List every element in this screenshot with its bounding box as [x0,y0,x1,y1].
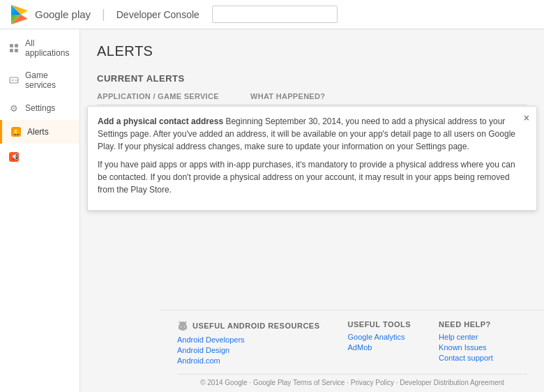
footer-link-android-com[interactable]: Android.com [177,356,320,365]
alert-popup: Add a physical contact address Beginning… [87,106,537,211]
footer: USEFUL ANDROID RESOURCES Android Develop… [160,310,544,392]
popup-text-1: Add a physical contact address Beginning… [98,115,515,153]
brand-text: Google play [35,8,91,20]
col-app-header: APPLICATION / GAME SERVICE [97,92,250,100]
svg-point-11 [181,326,182,328]
page-title: ALERTS [97,43,527,59]
footer-columns: USEFUL ANDROID RESOURCES Android Develop… [177,320,527,367]
footer-col-help: NEED HELP? Help center Known Issues Cont… [439,320,493,367]
footer-link-contact-support[interactable]: Contact support [439,354,493,362]
footer-col-android: USEFUL ANDROID RESOURCES Android Develop… [177,320,320,367]
footer-col-tools-title: USEFUL TOOLS [348,320,411,329]
sidebar-item-all-applications[interactable]: All applications [0,32,80,64]
sidebar-item-settings[interactable]: ⚙ Settings [0,96,80,120]
footer-link-help-center[interactable]: Help center [439,333,493,341]
popup-close-button[interactable]: × [524,112,529,123]
gear-icon: ⚙ [8,103,20,114]
svg-point-8 [16,80,17,81]
footer-link-admob[interactable]: AdMob [348,343,411,352]
footer-col-help-title: NEED HELP? [439,320,493,329]
bell-icon: 🔔 [10,126,22,137]
sidebar-item-promo[interactable]: 📢 [0,145,80,169]
footer-col-tools: USEFUL TOOLS Google Analytics AdMob [348,320,411,367]
gamepad-icon [8,75,20,86]
sidebar-label-settings: Settings [25,103,55,113]
sidebar-label-game-services: Game services [25,70,71,90]
footer-link-android-design[interactable]: Android Design [177,346,320,354]
sidebar-label-alerts: Alerts [27,127,49,137]
svg-point-7 [15,80,16,81]
col-what-header: WHAT HAPPENED? [250,92,527,100]
search-input[interactable] [212,6,338,23]
footer-copyright: © 2014 Google · Google Play Terms of Ser… [177,374,527,386]
header-divider: | [102,7,105,22]
console-label: Developer Console [116,9,199,20]
table-header: APPLICATION / GAME SERVICE WHAT HAPPENED… [97,92,527,105]
footer-col-android-title: USEFUL ANDROID RESOURCES [177,320,320,331]
speaker-icon: 📢 [8,151,20,163]
footer-col1-title: USEFUL ANDROID RESOURCES [192,322,320,330]
sidebar-item-game-services[interactable]: Game services [0,64,80,96]
popup-text-2: If you have paid apps or apps with in-ap… [98,158,515,196]
svg-point-12 [184,326,186,328]
sidebar-item-alerts[interactable]: 🔔 Alerts [0,120,80,144]
google-play-icon [8,3,31,26]
main-content: ALERTS CURRENT ALERTS APPLICATION / GAME… [80,29,544,392]
svg-point-15 [179,322,186,326]
footer-link-analytics[interactable]: Google Analytics [348,333,411,341]
section-title: CURRENT ALERTS [97,73,527,84]
header: Google play | Developer Console [0,0,544,29]
footer-link-known-issues[interactable]: Known Issues [439,343,493,352]
layout: All applications Game services ⚙ Setting… [0,29,544,392]
footer-link-android-dev[interactable]: Android Developers [177,336,320,344]
sidebar-label-all-applications: All applications [25,38,71,58]
grid-icon [8,43,20,54]
logo: Google play [8,3,91,26]
android-icon [177,320,188,331]
sidebar: All applications Game services ⚙ Setting… [0,29,80,392]
popup-title-bold: Add a physical contact address [98,116,223,126]
